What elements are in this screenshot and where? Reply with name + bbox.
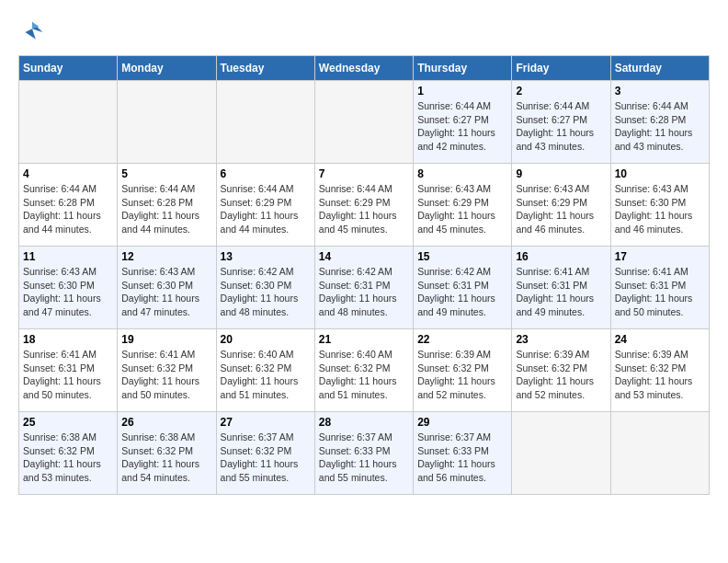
calendar-week-row: 18Sunrise: 6:41 AM Sunset: 6:31 PM Dayli… (19, 329, 710, 412)
day-info: Sunrise: 6:44 AM Sunset: 6:29 PM Dayligh… (221, 182, 311, 236)
day-number: 17 (615, 250, 705, 263)
day-of-week-header: Saturday (610, 56, 709, 81)
calendar-cell: 24Sunrise: 6:39 AM Sunset: 6:32 PM Dayli… (610, 329, 709, 412)
day-number: 15 (417, 250, 507, 263)
calendar-cell: 19Sunrise: 6:41 AM Sunset: 6:32 PM Dayli… (118, 329, 216, 412)
calendar-cell (19, 81, 118, 164)
logo (18, 18, 50, 46)
calendar-cell: 3Sunrise: 6:44 AM Sunset: 6:28 PM Daylig… (610, 81, 709, 164)
calendar-cell (314, 81, 413, 164)
day-info: Sunrise: 6:41 AM Sunset: 6:31 PM Dayligh… (516, 265, 606, 319)
day-number: 6 (221, 167, 311, 180)
day-info: Sunrise: 6:44 AM Sunset: 6:27 PM Dayligh… (417, 99, 507, 154)
calendar-cell: 20Sunrise: 6:40 AM Sunset: 6:32 PM Dayli… (216, 329, 314, 412)
calendar-cell: 13Sunrise: 6:42 AM Sunset: 6:30 PM Dayli… (216, 247, 314, 329)
day-number: 2 (516, 85, 606, 98)
day-number: 9 (516, 167, 606, 180)
calendar-cell: 9Sunrise: 6:43 AM Sunset: 6:29 PM Daylig… (512, 164, 610, 247)
day-info: Sunrise: 6:42 AM Sunset: 6:31 PM Dayligh… (417, 265, 507, 319)
day-info: Sunrise: 6:41 AM Sunset: 6:32 PM Dayligh… (121, 348, 211, 402)
day-info: Sunrise: 6:43 AM Sunset: 6:30 PM Dayligh… (121, 265, 211, 319)
calendar-cell: 11Sunrise: 6:43 AM Sunset: 6:30 PM Dayli… (19, 247, 118, 329)
calendar-cell (118, 81, 216, 164)
calendar-cell: 26Sunrise: 6:38 AM Sunset: 6:32 PM Dayli… (118, 412, 216, 495)
calendar-cell (216, 81, 314, 164)
day-info: Sunrise: 6:44 AM Sunset: 6:29 PM Dayligh… (319, 182, 409, 236)
day-of-week-header: Wednesday (314, 56, 413, 81)
day-number: 16 (516, 250, 606, 263)
calendar-cell: 23Sunrise: 6:39 AM Sunset: 6:32 PM Dayli… (512, 329, 610, 412)
calendar-cell: 12Sunrise: 6:43 AM Sunset: 6:30 PM Dayli… (118, 247, 216, 329)
calendar-cell: 22Sunrise: 6:39 AM Sunset: 6:32 PM Dayli… (414, 329, 512, 412)
calendar-cell (610, 412, 709, 495)
day-info: Sunrise: 6:41 AM Sunset: 6:31 PM Dayligh… (615, 265, 705, 319)
day-info: Sunrise: 6:37 AM Sunset: 6:32 PM Dayligh… (221, 431, 311, 485)
calendar-header-row: SundayMondayTuesdayWednesdayThursdayFrid… (19, 56, 710, 81)
calendar-cell: 8Sunrise: 6:43 AM Sunset: 6:29 PM Daylig… (414, 164, 512, 247)
day-info: Sunrise: 6:41 AM Sunset: 6:31 PM Dayligh… (23, 348, 113, 402)
day-info: Sunrise: 6:44 AM Sunset: 6:27 PM Dayligh… (516, 99, 606, 154)
calendar-cell: 25Sunrise: 6:38 AM Sunset: 6:32 PM Dayli… (19, 412, 118, 495)
day-number: 5 (121, 167, 211, 180)
day-info: Sunrise: 6:37 AM Sunset: 6:33 PM Dayligh… (417, 431, 507, 485)
calendar-cell: 15Sunrise: 6:42 AM Sunset: 6:31 PM Dayli… (414, 247, 512, 329)
day-info: Sunrise: 6:42 AM Sunset: 6:30 PM Dayligh… (221, 265, 311, 319)
calendar-cell: 21Sunrise: 6:40 AM Sunset: 6:32 PM Dayli… (314, 329, 413, 412)
day-number: 19 (121, 333, 211, 346)
day-of-week-header: Thursday (414, 56, 512, 81)
day-number: 25 (23, 416, 113, 429)
day-of-week-header: Tuesday (216, 56, 314, 81)
calendar-week-row: 1Sunrise: 6:44 AM Sunset: 6:27 PM Daylig… (19, 81, 710, 164)
day-number: 4 (23, 167, 113, 180)
day-of-week-header: Friday (512, 56, 610, 81)
day-number: 7 (319, 167, 409, 180)
calendar-cell: 17Sunrise: 6:41 AM Sunset: 6:31 PM Dayli… (610, 247, 709, 329)
day-number: 10 (615, 167, 705, 180)
day-info: Sunrise: 6:38 AM Sunset: 6:32 PM Dayligh… (121, 431, 211, 485)
day-number: 8 (417, 167, 507, 180)
day-number: 22 (417, 333, 507, 346)
calendar-cell (512, 412, 610, 495)
page-header (18, 18, 710, 46)
day-number: 29 (417, 416, 507, 429)
day-number: 3 (615, 85, 705, 98)
calendar-week-row: 4Sunrise: 6:44 AM Sunset: 6:28 PM Daylig… (19, 164, 710, 247)
calendar-table: SundayMondayTuesdayWednesdayThursdayFrid… (18, 55, 710, 495)
calendar-cell: 6Sunrise: 6:44 AM Sunset: 6:29 PM Daylig… (216, 164, 314, 247)
day-info: Sunrise: 6:39 AM Sunset: 6:32 PM Dayligh… (615, 348, 705, 402)
calendar-cell: 16Sunrise: 6:41 AM Sunset: 6:31 PM Dayli… (512, 247, 610, 329)
calendar-cell: 4Sunrise: 6:44 AM Sunset: 6:28 PM Daylig… (19, 164, 118, 247)
day-info: Sunrise: 6:44 AM Sunset: 6:28 PM Dayligh… (23, 182, 113, 236)
day-number: 28 (319, 416, 409, 429)
day-of-week-header: Monday (118, 56, 216, 81)
calendar-cell: 7Sunrise: 6:44 AM Sunset: 6:29 PM Daylig… (314, 164, 413, 247)
calendar-cell: 5Sunrise: 6:44 AM Sunset: 6:28 PM Daylig… (118, 164, 216, 247)
calendar-cell: 27Sunrise: 6:37 AM Sunset: 6:32 PM Dayli… (216, 412, 314, 495)
calendar-cell: 1Sunrise: 6:44 AM Sunset: 6:27 PM Daylig… (414, 81, 512, 164)
calendar-cell: 14Sunrise: 6:42 AM Sunset: 6:31 PM Dayli… (314, 247, 413, 329)
day-number: 21 (319, 333, 409, 346)
day-info: Sunrise: 6:38 AM Sunset: 6:32 PM Dayligh… (23, 431, 113, 485)
day-info: Sunrise: 6:39 AM Sunset: 6:32 PM Dayligh… (417, 348, 507, 402)
day-info: Sunrise: 6:44 AM Sunset: 6:28 PM Dayligh… (615, 99, 705, 154)
day-info: Sunrise: 6:43 AM Sunset: 6:29 PM Dayligh… (417, 182, 507, 236)
day-number: 23 (516, 333, 606, 346)
day-number: 20 (221, 333, 311, 346)
day-number: 14 (319, 250, 409, 263)
calendar-cell: 10Sunrise: 6:43 AM Sunset: 6:30 PM Dayli… (610, 164, 709, 247)
day-number: 27 (221, 416, 311, 429)
calendar-cell: 28Sunrise: 6:37 AM Sunset: 6:33 PM Dayli… (314, 412, 413, 495)
calendar-cell: 29Sunrise: 6:37 AM Sunset: 6:33 PM Dayli… (414, 412, 512, 495)
day-info: Sunrise: 6:44 AM Sunset: 6:28 PM Dayligh… (121, 182, 211, 236)
day-number: 13 (221, 250, 311, 263)
calendar-week-row: 11Sunrise: 6:43 AM Sunset: 6:30 PM Dayli… (19, 247, 710, 329)
day-info: Sunrise: 6:40 AM Sunset: 6:32 PM Dayligh… (221, 348, 311, 402)
day-info: Sunrise: 6:39 AM Sunset: 6:32 PM Dayligh… (516, 348, 606, 402)
day-number: 26 (121, 416, 211, 429)
calendar-week-row: 25Sunrise: 6:38 AM Sunset: 6:32 PM Dayli… (19, 412, 710, 495)
day-info: Sunrise: 6:42 AM Sunset: 6:31 PM Dayligh… (319, 265, 409, 319)
day-info: Sunrise: 6:40 AM Sunset: 6:32 PM Dayligh… (319, 348, 409, 402)
calendar-cell: 2Sunrise: 6:44 AM Sunset: 6:27 PM Daylig… (512, 81, 610, 164)
day-of-week-header: Sunday (19, 56, 118, 81)
day-number: 12 (121, 250, 211, 263)
